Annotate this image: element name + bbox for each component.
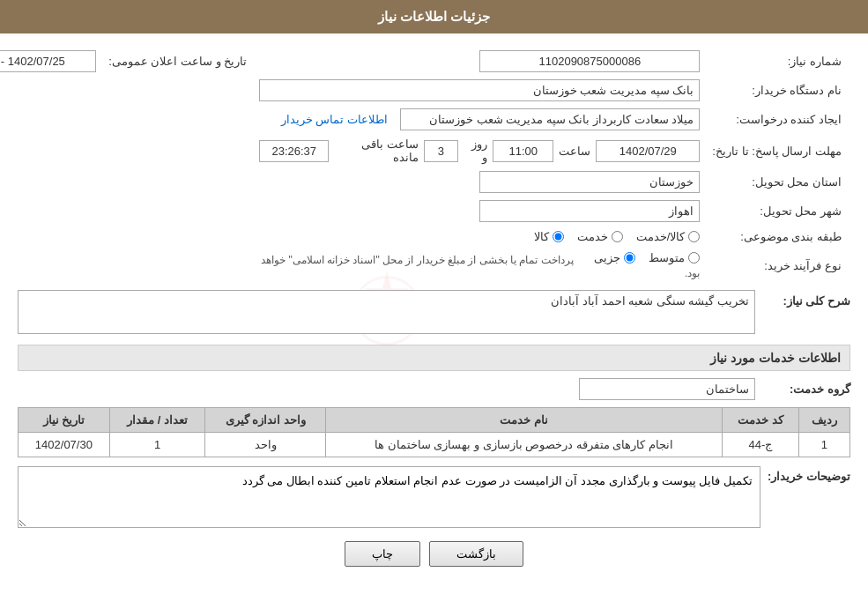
need-desc-row: شرح کلی نیاز: anaTender تخریب گیشه سنگی … (18, 290, 850, 334)
category-label: طبقه بندی موضوعی: (703, 226, 850, 248)
purchase-type-radio-group: متوسط جزیی (594, 251, 700, 264)
category-radio-kala[interactable]: کالا (534, 230, 564, 243)
content-area: شماره نیاز: 1102090875000086 تاریخ و ساع… (0, 33, 868, 593)
province-value: خوزستان (256, 167, 703, 197)
deadline-time-input: 11:00 (493, 140, 553, 162)
buyer-notes-textarea[interactable] (18, 466, 760, 528)
creator-row: ایجاد کننده درخواست: میلاد سعادت کاربردا… (0, 105, 850, 134)
deadline-datetime-row: 1402/07/29 ساعت 11:00 روز و 3 ساعت باقی … (259, 137, 700, 164)
col-unit: واحد اندازه گیری (205, 408, 326, 433)
page-header: جزئیات اطلاعات نیاز (0, 0, 868, 33)
col-quantity: تعداد / مقدار (109, 408, 205, 433)
category-label-kala: کالا (534, 230, 549, 243)
province-input: خوزستان (479, 171, 700, 193)
need-number-row: شماره نیاز: 1102090875000086 تاریخ و ساع… (0, 47, 850, 76)
deadline-row: مهلت ارسال پاسخ: تا تاریخ: 1402/07/29 سا… (0, 134, 850, 167)
purchase-type-row: نوع فرآیند خرید: متوسط جزیی پرداخت تمام … (0, 248, 850, 283)
category-label-khadamat: خدمت (577, 230, 608, 243)
print-button[interactable]: چاپ (345, 541, 420, 567)
purchase-type-label-mutavasset: متوسط (649, 251, 685, 264)
page-title: جزئیات اطلاعات نیاز (378, 9, 490, 24)
page-container: جزئیات اطلاعات نیاز شماره نیاز: 11020908… (0, 0, 868, 609)
need-desc-label: شرح کلی نیاز: (762, 290, 850, 308)
deadline-date-input: 1402/07/29 (596, 140, 700, 162)
announcement-date-input: 1402/07/25 - 11:00 (0, 50, 96, 72)
col-row-num: ردیف (798, 408, 849, 433)
services-info-header: اطلاعات خدمات مورد نیاز (18, 345, 850, 371)
purchase-type-value: متوسط جزیی پرداخت تمام یا بخشی از مبلغ خ… (256, 248, 703, 283)
purchase-type-radio-mutavasset[interactable]: متوسط (649, 251, 700, 264)
services-table: ردیف کد خدمت نام خدمت واحد اندازه گیری ت… (18, 407, 850, 457)
cell-unit: واحد (205, 433, 326, 457)
creator-label: ایجاد کننده درخواست: (703, 105, 850, 134)
services-table-head: ردیف کد خدمت نام خدمت واحد اندازه گیری ت… (19, 408, 850, 433)
announcement-date-label: تاریخ و ساعت اعلان عمومی: (100, 47, 256, 76)
service-group-input: ساختمان (579, 378, 755, 400)
category-row: طبقه بندی موضوعی: کالا/خدمت خدمت (0, 226, 850, 248)
remaining-time-input: 23:26:37 (259, 140, 329, 162)
need-number-value: 1102090875000086 (256, 47, 703, 76)
buttons-row: بازگشت چاپ (18, 541, 850, 580)
creator-input: میلاد سعادت کاربرداز بانک سپه مدیریت شعب… (400, 108, 700, 130)
city-input: اهواز (479, 200, 700, 222)
category-radio-kala-khadamat[interactable]: کالا/خدمت (636, 230, 701, 243)
category-radio-khadamat[interactable]: خدمت (577, 230, 623, 243)
purchase-type-radio-juzee-input[interactable] (624, 252, 635, 264)
need-desc-wrapper: anaTender تخریب گیشه سنگی شعبه احمد آباد… (18, 290, 755, 334)
category-radio-group: کالا/خدمت خدمت کالا (259, 230, 700, 243)
purchase-type-radio-juzee[interactable]: جزیی (594, 251, 635, 264)
deadline-time-label: ساعت (559, 145, 590, 158)
cell-service-code: ج-44 (723, 433, 799, 457)
cell-date: 1402/07/30 (19, 433, 110, 457)
need-number-label: شماره نیاز: (703, 47, 850, 76)
purchase-type-label: نوع فرآیند خرید: (703, 248, 850, 283)
services-table-header-row: ردیف کد خدمت نام خدمت واحد اندازه گیری ت… (19, 408, 850, 433)
purchase-type-label-juzee: جزیی (594, 251, 620, 264)
main-info-grid: شماره نیاز: 1102090875000086 تاریخ و ساع… (0, 47, 850, 283)
remaining-time-label: ساعت باقی مانده (334, 137, 418, 164)
cell-row-num: 1 (798, 433, 849, 457)
deadline-value: 1402/07/29 ساعت 11:00 روز و 3 ساعت باقی … (256, 134, 703, 167)
cell-service-name: انجام کارهای متفرقه درخصوص بازسازی و بهس… (326, 433, 723, 457)
need-desc-input: تخریب گیشه سنگی شعبه احمد آباد آبادان (18, 290, 755, 334)
buyer-notes-label: توضیحات خریدار: (768, 466, 850, 483)
province-label: استان محل تحویل: (703, 167, 850, 197)
service-group-label: گروه خدمت: (762, 382, 850, 396)
col-date: تاریخ نیاز (19, 408, 110, 433)
category-label-kala-khadamat: کالا/خدمت (636, 230, 686, 243)
buyer-org-value: بانک سپه مدیریت شعب خوزستان (256, 76, 703, 105)
buyer-org-row: نام دستگاه خریدار: بانک سپه مدیریت شعب خ… (0, 76, 850, 105)
buyer-contact-link[interactable]: اطلاعات تماس خریدار (281, 113, 388, 126)
deadline-label: مهلت ارسال پاسخ: تا تاریخ: (703, 134, 850, 167)
category-radio-kala-khadamat-input[interactable] (688, 231, 700, 242)
need-number-input: 1102090875000086 (479, 50, 700, 72)
category-value: کالا/خدمت خدمت کالا (256, 226, 703, 248)
city-value: اهواز (256, 197, 703, 226)
purchase-type-radio-mutavasset-input[interactable] (688, 252, 700, 264)
cell-quantity: 1 (109, 433, 205, 457)
need-desc-section: شرح کلی نیاز: anaTender تخریب گیشه سنگی … (18, 290, 850, 334)
col-service-name: نام خدمت (326, 408, 723, 433)
buyer-notes-section: توضیحات خریدار: (18, 466, 850, 528)
deadline-days-input: 3 (424, 140, 459, 162)
table-row: 1 ج-44 انجام کارهای متفرقه درخصوص بازساز… (19, 433, 850, 457)
service-group-row: گروه خدمت: ساختمان (18, 378, 850, 400)
buyer-org-input: بانک سپه مدیریت شعب خوزستان (259, 79, 700, 101)
buyer-org-label: نام دستگاه خریدار: (703, 76, 850, 105)
province-row: استان محل تحویل: خوزستان (0, 167, 850, 197)
creator-value: میلاد سعادت کاربرداز بانک سپه مدیریت شعب… (256, 105, 703, 134)
back-button[interactable]: بازگشت (429, 541, 523, 567)
city-row: شهر محل تحویل: اهواز (0, 197, 850, 226)
city-label: شهر محل تحویل: (703, 197, 850, 226)
category-radio-kala-input[interactable] (553, 231, 564, 242)
services-table-body: 1 ج-44 انجام کارهای متفرقه درخصوص بازساز… (19, 433, 850, 457)
category-radio-khadamat-input[interactable] (612, 231, 623, 242)
deadline-day-label: روز و (464, 137, 487, 164)
announcement-date-value: 1402/07/25 - 11:00 (0, 47, 100, 76)
col-service-code: کد خدمت (723, 408, 799, 433)
